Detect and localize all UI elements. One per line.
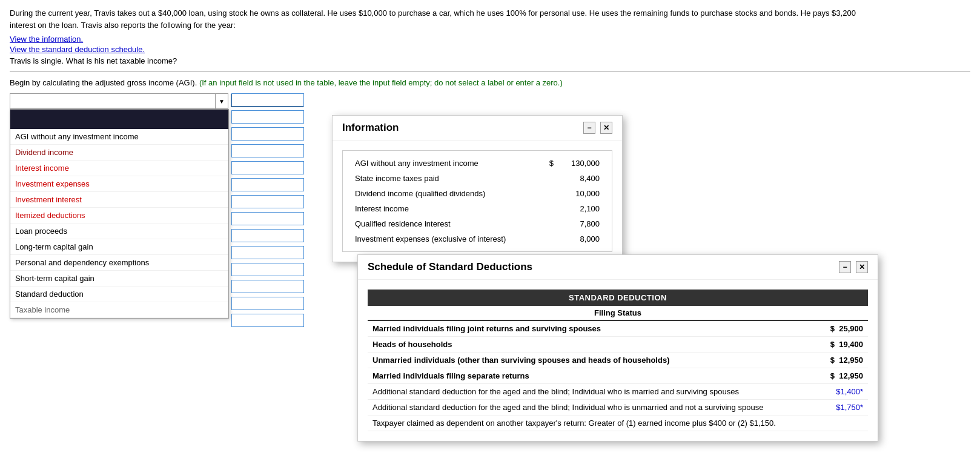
agi-note-text: (If an input field is not used in the ta…	[199, 78, 563, 87]
input-row-10[interactable]	[231, 246, 304, 259]
info-dividend-label: Dividend income (qualified dividends)	[355, 189, 485, 198]
schedule-minimize-btn[interactable]: −	[839, 261, 851, 273]
dropdown-item-agi[interactable]: AGI without any investment income	[10, 129, 228, 145]
input-row-14[interactable]	[231, 314, 304, 327]
schedule-content: STANDARD DEDUCTION Filing Status Married…	[358, 280, 878, 441]
dropdown-item-invest-interest[interactable]: Investment interest	[10, 192, 228, 208]
input-row-4[interactable]	[231, 144, 304, 157]
info-row-invest-exp: Investment expenses (exclusive of intere…	[348, 231, 607, 247]
info-row-interest: Interest income 2,100	[348, 201, 607, 216]
information-popup: Information − ✕ AGI without any investme…	[332, 115, 623, 262]
info-agi-value: 130,000	[563, 159, 600, 168]
dropdown-open: AGI without any investment income Divide…	[10, 109, 229, 319]
info-row-residence: Qualified residence interest 7,800	[348, 216, 607, 231]
info-row-agi: AGI without any investment income $ 130,…	[348, 156, 607, 171]
info-invest-exp-value: 8,000	[563, 234, 600, 243]
info-agi-label: AGI without any investment income	[355, 159, 478, 168]
dropdown-item-loan[interactable]: Loan proceeds	[10, 223, 228, 239]
info-popup-controls: − ✕	[583, 122, 612, 134]
info-minimize-btn[interactable]: −	[583, 122, 595, 134]
standard-deductions-table: STANDARD DEDUCTION Filing Status Married…	[368, 290, 868, 431]
row-value-married-joint: $ 25,900	[820, 320, 868, 337]
divider	[10, 71, 970, 72]
table-row: Taxpayer claimed as dependent on another…	[368, 415, 868, 431]
info-state-value: 8,400	[563, 174, 600, 183]
view-standard-deduction-link[interactable]: View the standard deduction schedule.	[10, 45, 970, 54]
input-row-2[interactable]	[231, 110, 304, 124]
info-interest-value: 2,100	[563, 204, 600, 213]
dropdown-item-interest[interactable]: Interest income	[10, 161, 228, 176]
row-label-unmarried: Unmarried individuals (other than surviv…	[368, 352, 820, 368]
problem-description: During the current year, Travis takes ou…	[10, 8, 856, 30]
input-fields-column	[231, 93, 304, 329]
info-row-state: State income taxes paid 8,400	[348, 171, 607, 186]
input-row-9[interactable]	[231, 229, 304, 242]
row-value-aged-unmarried: $1,750*	[820, 400, 868, 415]
info-state-label: State income taxes paid	[355, 174, 439, 183]
schedule-popup-header: Schedule of Standard Deductions − ✕	[358, 255, 878, 280]
input-row-5[interactable]	[231, 161, 304, 174]
table-row: Unmarried individuals (other than surviv…	[368, 352, 868, 368]
row-label-aged-unmarried: Additional standard deduction for the ag…	[368, 400, 820, 415]
row-label-dependent: Taxpayer claimed as dependent on another…	[368, 415, 868, 431]
row-value-married-sep: $ 12,950	[820, 368, 868, 384]
input-row-13[interactable]	[231, 297, 304, 310]
main-container: During the current year, Travis takes ou…	[0, 0, 980, 470]
info-agi-dollar: $	[549, 159, 554, 168]
schedule-popup-controls: − ✕	[839, 261, 868, 273]
schedule-popup-title: Schedule of Standard Deductions	[368, 261, 532, 273]
table-row: Married individuals filing joint returns…	[368, 320, 868, 337]
input-row-7[interactable]	[231, 195, 304, 208]
info-residence-label: Qualified residence interest	[355, 219, 451, 228]
agi-instructions: Begin by calculating the adjusted gross …	[10, 78, 970, 87]
dropdown-item-dividend[interactable]: Dividend income	[10, 145, 228, 161]
row-label-aged-married: Additional standard deduction for the ag…	[368, 384, 820, 400]
dropdown-item-invest-exp[interactable]: Investment expenses	[10, 176, 228, 192]
info-interest-label: Interest income	[355, 204, 409, 213]
dropdown-item-ltcg[interactable]: Long-term capital gain	[10, 239, 228, 255]
schedule-popup: Schedule of Standard Deductions − ✕ STAN…	[357, 254, 878, 442]
row-value-aged-married: $1,400*	[820, 384, 868, 400]
row-value-unmarried: $ 12,950	[820, 352, 868, 368]
table-row: Additional standard deduction for the ag…	[368, 400, 868, 415]
view-information-link[interactable]: View the information.	[10, 35, 970, 44]
dropdown-item-itemized[interactable]: Itemized deductions	[10, 208, 228, 223]
input-row-6[interactable]	[231, 178, 304, 191]
info-dividend-value: 10,000	[563, 189, 600, 198]
table-subheader: Filing Status	[368, 306, 868, 320]
problem-text: During the current year, Travis takes ou…	[10, 7, 858, 31]
row-value-heads: $ 19,400	[820, 337, 868, 352]
input-row-11[interactable]	[231, 263, 304, 276]
row-label-heads: Heads of households	[368, 337, 820, 352]
input-row-3[interactable]	[231, 127, 304, 141]
table-main-header: STANDARD DEDUCTION	[368, 290, 868, 306]
dropdown-header-dark	[10, 110, 228, 129]
info-residence-value: 7,800	[563, 219, 600, 228]
info-popup-title: Information	[342, 122, 399, 134]
category-dropdown[interactable]: AGI without any investment income Divide…	[10, 93, 216, 109]
row-label-married-sep: Married individuals filing separate retu…	[368, 368, 820, 384]
info-content: AGI without any investment income $ 130,…	[342, 150, 612, 252]
input-row-1[interactable]	[231, 93, 304, 107]
dropdown-item-taxable[interactable]: Taxable income	[10, 302, 228, 318]
info-invest-exp-label: Investment expenses (exclusive of intere…	[355, 234, 506, 243]
table-row: Additional standard deduction for the ag…	[368, 384, 868, 400]
agi-main-text: Begin by calculating the adjusted gross …	[10, 78, 197, 87]
info-close-btn[interactable]: ✕	[600, 122, 612, 134]
table-row: Heads of households $ 19,400	[368, 337, 868, 352]
dropdown-item-short[interactable]: Short-term capital gain	[10, 271, 228, 286]
info-popup-header: Information − ✕	[333, 116, 622, 141]
dropdown-item-personal[interactable]: Personal and dependency exemptions	[10, 255, 228, 271]
table-area: AGI without any investment income Divide…	[10, 93, 313, 109]
row-label-married-joint: Married individuals filing joint returns…	[368, 320, 820, 337]
info-row-dividend: Dividend income (qualified dividends) 10…	[348, 186, 607, 201]
travis-question: Travis is single. What is his net taxabl…	[10, 56, 970, 65]
dropdown-arrow[interactable]: ▼	[215, 93, 228, 109]
input-row-12[interactable]	[231, 280, 304, 293]
dropdown-item-standard[interactable]: Standard deduction	[10, 286, 228, 302]
table-row: Married individuals filing separate retu…	[368, 368, 868, 384]
schedule-close-btn[interactable]: ✕	[856, 261, 868, 273]
input-row-8[interactable]	[231, 212, 304, 225]
